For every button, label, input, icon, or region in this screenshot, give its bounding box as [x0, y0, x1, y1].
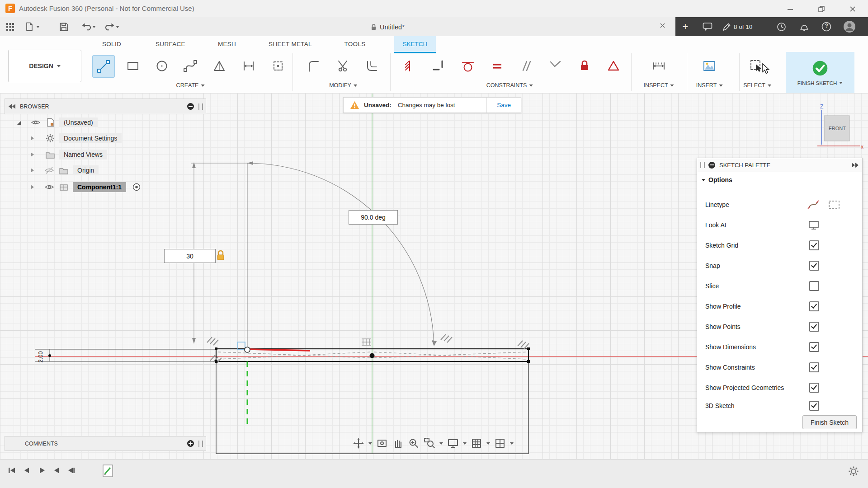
skip-to-end-icon[interactable]	[67, 466, 76, 475]
comments-panel-button[interactable]	[703, 22, 712, 31]
offset-tool-button[interactable]	[361, 55, 383, 77]
viewports-icon[interactable]	[494, 437, 506, 449]
checkbox[interactable]	[809, 401, 819, 411]
tangent-constraint-button[interactable]	[457, 55, 479, 77]
browser-row-root[interactable]: (Unsaved)	[5, 115, 205, 130]
close-document-tab-button[interactable]	[660, 23, 665, 28]
chevron-down-icon[interactable]	[486, 442, 490, 445]
measure-tool-button[interactable]	[648, 55, 670, 77]
design-workspace-button[interactable]: DESIGN	[8, 50, 81, 82]
browser-row-origin[interactable]: Origin	[5, 163, 205, 178]
expand-arrow-icon[interactable]	[31, 136, 34, 141]
comments-grip[interactable]	[198, 441, 203, 447]
construction-linetype-icon[interactable]	[807, 200, 819, 210]
orbit-icon[interactable]	[353, 437, 364, 449]
checkbox[interactable]	[809, 261, 819, 271]
user-avatar[interactable]	[843, 20, 856, 33]
zoom-window-icon[interactable]	[424, 437, 435, 449]
expand-arrow-icon[interactable]	[17, 121, 21, 125]
eye-icon[interactable]	[45, 184, 54, 190]
chevron-down-icon[interactable]	[368, 442, 372, 445]
comments-bar[interactable]: COMMENTS	[5, 436, 206, 451]
new-document-tab-button[interactable]: +	[675, 21, 695, 33]
parallel-constraint-button[interactable]	[515, 55, 537, 77]
collapse-right-icon[interactable]	[851, 163, 859, 168]
help-button[interactable]: ?	[821, 22, 831, 32]
tab-tools[interactable]: TOOLS	[344, 41, 365, 47]
chevron-down-icon[interactable]	[36, 26, 40, 28]
browser-header[interactable]: BROWSER	[5, 99, 206, 114]
checkbox[interactable]	[809, 383, 819, 393]
undo-button[interactable]	[80, 21, 92, 32]
checkbox[interactable]	[809, 240, 819, 250]
fix-constraint-button[interactable]	[574, 55, 595, 77]
save-button[interactable]	[58, 21, 70, 32]
grid-settings-icon[interactable]	[471, 437, 482, 449]
perpendicular-constraint-button[interactable]	[544, 55, 566, 77]
minimize-button[interactable]	[784, 5, 797, 14]
zoom-icon[interactable]	[408, 437, 420, 449]
chevron-down-icon[interactable]	[439, 442, 443, 445]
tab-sheet-metal[interactable]: SHEET METAL	[269, 41, 312, 47]
viewcube[interactable]: Z FRONT x	[812, 102, 866, 153]
polygon-tool-button[interactable]	[208, 55, 230, 77]
tab-solid[interactable]: SOLID	[102, 41, 121, 47]
palette-header[interactable]: SKETCH PALETTE	[697, 158, 862, 172]
look-at-icon[interactable]	[808, 220, 819, 230]
play-icon[interactable]	[37, 466, 46, 475]
checkbox[interactable]	[809, 362, 819, 372]
dimension-angle-value[interactable]: 90.0 deg	[349, 210, 398, 225]
palette-grip[interactable]	[700, 162, 705, 168]
chevron-down-icon[interactable]	[92, 26, 96, 28]
centerline-linetype-icon[interactable]	[828, 200, 840, 210]
expand-arrow-icon[interactable]	[31, 152, 34, 157]
skip-to-start-icon[interactable]	[7, 466, 16, 475]
browser-grip[interactable]	[198, 103, 203, 110]
tab-sketch[interactable]: SKETCH	[394, 36, 436, 53]
checkbox[interactable]	[809, 342, 819, 352]
look-at-face-icon[interactable]	[376, 437, 388, 449]
trim-tool-button[interactable]	[332, 55, 354, 77]
dimension-thickness-value[interactable]: 2.00	[37, 342, 44, 363]
chevron-down-icon[interactable]	[463, 442, 467, 445]
chevron-down-icon[interactable]	[116, 26, 119, 28]
select-group-label[interactable]: SELECT	[743, 82, 771, 89]
finish-sketch-button[interactable]: FINISH SKETCH	[786, 52, 854, 93]
browser-item-label[interactable]: Document Settings	[59, 133, 122, 143]
restore-button[interactable]	[815, 5, 828, 14]
coincident-constraint-button[interactable]	[399, 55, 420, 77]
tab-surface[interactable]: SURFACE	[156, 41, 185, 47]
dimension-height-value[interactable]: 30	[164, 249, 216, 263]
save-link[interactable]: Save	[486, 98, 521, 113]
document-tab[interactable]: Untitled*	[371, 20, 405, 34]
browser-row-document-settings[interactable]: Document Settings	[5, 131, 205, 145]
equal-constraint-button[interactable]	[486, 55, 508, 77]
palette-visibility-toggle[interactable]	[708, 162, 715, 169]
job-status-button[interactable]: 8 of 10	[722, 23, 752, 31]
display-settings-icon[interactable]	[447, 437, 459, 449]
file-menu-button[interactable]	[24, 21, 35, 32]
eye-icon[interactable]	[31, 119, 40, 126]
modify-group-label[interactable]: MODIFY	[329, 82, 357, 89]
create-group-label[interactable]: CREATE	[176, 82, 205, 89]
checkbox[interactable]	[809, 322, 819, 332]
step-back-icon[interactable]	[22, 466, 31, 475]
insert-image-button[interactable]	[698, 55, 720, 77]
insert-group-label[interactable]: INSERT	[696, 82, 723, 89]
close-button[interactable]	[846, 5, 859, 14]
browser-row-component[interactable]: Component1:1	[5, 180, 205, 194]
eye-off-icon[interactable]	[45, 167, 54, 174]
timeline-settings-gear-icon[interactable]	[848, 466, 859, 477]
pan-hand-icon[interactable]	[392, 437, 404, 449]
palette-options-section[interactable]: Options	[702, 176, 732, 183]
finish-sketch-palette-button[interactable]: Finish Sketch	[802, 415, 857, 429]
line-tool-button[interactable]	[92, 55, 115, 78]
horizontal-vertical-constraint-button[interactable]	[428, 55, 450, 77]
browser-item-label[interactable]: Component1:1	[73, 182, 126, 192]
alerts-button[interactable]	[800, 22, 809, 32]
spline-tool-button[interactable]	[179, 55, 201, 77]
notifications-history-button[interactable]	[777, 22, 786, 32]
checkbox[interactable]	[809, 281, 819, 291]
browser-item-label[interactable]: (Unsaved)	[59, 117, 98, 127]
point-tool-button[interactable]	[267, 55, 289, 77]
